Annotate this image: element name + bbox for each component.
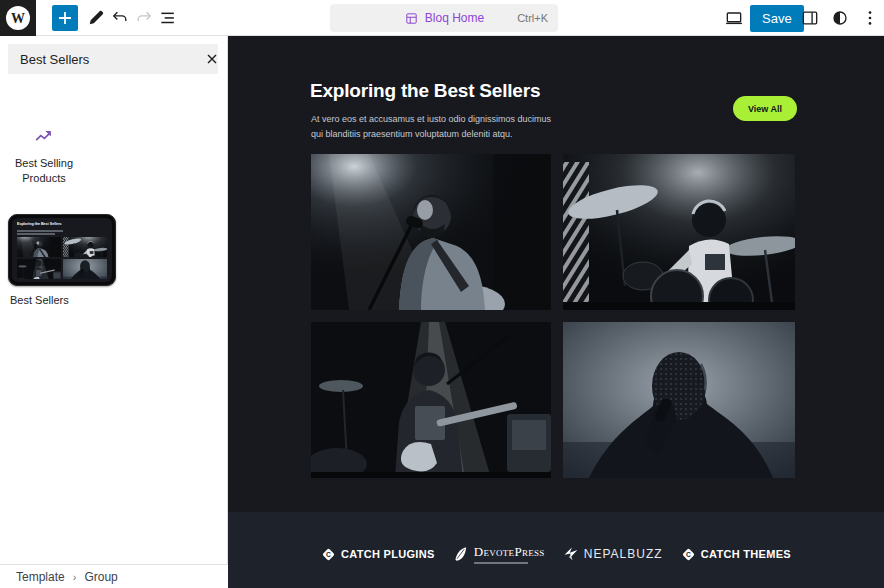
section-description[interactable]: At vero eos et accusamus et iusto odio d… xyxy=(311,112,551,143)
redo-button[interactable] xyxy=(132,6,156,30)
close-icon xyxy=(204,51,220,67)
block-result-best-selling-products[interactable]: Best Selling Products xyxy=(8,112,80,200)
mini-heading: Exploring the Best Sellers xyxy=(17,222,62,226)
devotepress-tagline xyxy=(474,562,528,564)
svg-text:C: C xyxy=(686,551,691,558)
undo-button[interactable] xyxy=(108,6,132,30)
breadcrumb-group[interactable]: Group xyxy=(84,570,117,584)
logo-label: CATCH PLUGINS xyxy=(341,548,435,560)
editor-header: W xyxy=(0,0,884,36)
block-search-box xyxy=(8,44,218,74)
chevron-right-icon: › xyxy=(73,571,77,583)
image-grid xyxy=(311,154,795,478)
photo-singer-with-guitar[interactable] xyxy=(311,154,551,310)
photo-masked-performer[interactable] xyxy=(563,322,795,478)
search-input[interactable] xyxy=(8,52,204,67)
edit-tool-button[interactable] xyxy=(84,6,108,30)
wordpress-editor: W xyxy=(0,0,884,588)
document-title: Bloq Home xyxy=(425,11,484,25)
wordpress-icon: W xyxy=(3,3,33,33)
catch-diamond-icon: C xyxy=(681,547,696,562)
sidebar-panel-icon xyxy=(800,8,820,28)
svg-text:W: W xyxy=(11,11,25,26)
description-line: qui blanditiis praesentium voluptatum de… xyxy=(311,127,551,142)
logo-catch-themes[interactable]: C CATCH THEMES xyxy=(681,547,791,562)
logo-catch-plugins[interactable]: C CATCH PLUGINS xyxy=(321,547,435,562)
section-heading[interactable]: Exploring the Best Sellers xyxy=(310,80,540,102)
view-all-button[interactable]: View All xyxy=(733,96,797,121)
contrast-icon xyxy=(830,8,850,28)
site-footer: C CATCH PLUGINS DevotePress xyxy=(228,512,884,588)
command-shortcut: Ctrl+K xyxy=(517,12,548,24)
breadcrumb-template[interactable]: Template xyxy=(16,570,65,584)
pattern-preview-frame: Exploring the Best Sellers xyxy=(8,214,116,286)
mini-image-grid xyxy=(17,237,107,279)
logo-label: DevotePress xyxy=(474,544,545,560)
pattern-card-best-sellers[interactable]: Exploring the Best Sellers Best Sellers xyxy=(8,214,116,306)
photo-guitarist-under-spotlight[interactable] xyxy=(311,322,551,478)
settings-sidebar-button[interactable] xyxy=(798,6,822,30)
kebab-menu-icon xyxy=(860,8,880,28)
feather-icon xyxy=(453,546,469,562)
catch-diamond-icon: C xyxy=(321,547,336,562)
logo-label: CATCH THEMES xyxy=(701,548,791,560)
redo-icon xyxy=(134,8,154,28)
pattern-label: Best Sellers xyxy=(8,294,116,306)
laptop-icon xyxy=(724,8,744,28)
logo-nepalbuzz[interactable]: NEPALBUZZ xyxy=(563,546,663,562)
document-bar[interactable]: Bloq Home Ctrl+K xyxy=(330,4,558,32)
save-button[interactable]: Save xyxy=(750,5,804,32)
sponsor-logo-row: C CATCH PLUGINS DevotePress xyxy=(321,544,791,564)
styles-button[interactable] xyxy=(828,6,852,30)
wordpress-logo-button[interactable]: W xyxy=(0,0,36,36)
block-inserter-button[interactable] xyxy=(52,5,78,31)
block-breadcrumb-bar: Template › Group xyxy=(0,564,228,588)
document-overview-button[interactable] xyxy=(156,6,180,30)
options-menu-button[interactable] xyxy=(858,6,882,30)
undo-icon xyxy=(110,8,130,28)
clear-search-button[interactable] xyxy=(204,47,220,71)
preview-devices-button[interactable] xyxy=(722,6,746,30)
pencil-icon xyxy=(86,8,106,28)
template-icon xyxy=(404,11,419,26)
logo-label: NEPALBUZZ xyxy=(584,547,663,561)
editor-canvas: Exploring the Best Sellers At vero eos e… xyxy=(228,36,884,588)
inserter-sidebar: Best Selling Products Exploring the Best… xyxy=(0,36,228,564)
plus-icon xyxy=(56,9,74,27)
pattern-preview-screen: Exploring the Best Sellers xyxy=(12,218,112,282)
block-result-label: Best Selling Products xyxy=(8,156,80,186)
trending-up-icon xyxy=(33,126,55,148)
mini-paragraph-bars xyxy=(17,230,107,235)
list-view-icon xyxy=(158,8,178,28)
logo-devotepress[interactable]: DevotePress xyxy=(453,544,545,564)
description-line: At vero eos et accusamus et iusto odio d… xyxy=(311,112,551,127)
buzz-bird-icon xyxy=(563,546,579,562)
svg-text:C: C xyxy=(326,551,331,558)
photo-drummer-on-stage[interactable] xyxy=(563,154,795,310)
